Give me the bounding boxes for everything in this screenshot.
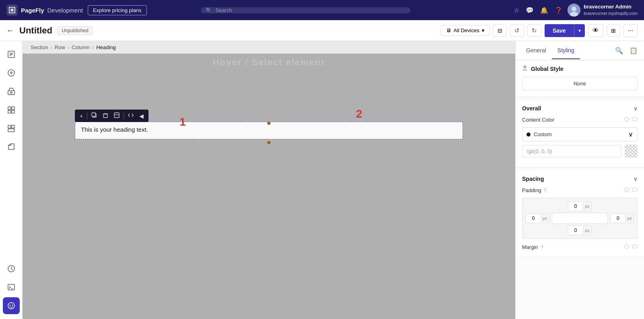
dropdown-chevron-icon: ∨	[628, 130, 633, 138]
user-domain: bravecorner.myshopify.com	[584, 10, 638, 16]
color-picker-button[interactable]	[625, 145, 638, 157]
delete-button[interactable]	[100, 111, 111, 120]
search-input[interactable]	[215, 7, 405, 13]
device-icon[interactable]	[632, 116, 638, 123]
left-sidebar	[0, 41, 23, 319]
analytics-button[interactable]: ⊟	[493, 25, 507, 37]
sidebar-item-elements[interactable]	[3, 102, 20, 118]
drag-handle-top[interactable]	[267, 122, 270, 125]
svg-rect-16	[12, 107, 14, 110]
margin-label: Margin ?	[522, 244, 543, 250]
redo-button[interactable]: ↻	[527, 25, 541, 37]
layout-button[interactable]	[111, 111, 122, 120]
padding-bottom-input-group: px	[568, 226, 592, 235]
canvas-content: + ◀ Th	[75, 110, 463, 144]
chevron-down-icon: ▾	[482, 27, 485, 33]
add-element-button[interactable]: +	[77, 112, 85, 120]
pagefly-logo-icon	[6, 4, 18, 16]
tab-styling[interactable]: Styling	[552, 42, 580, 59]
overall-title: Overall	[522, 105, 541, 112]
svg-point-37	[524, 66, 526, 68]
padding-responsive-icon[interactable]	[624, 187, 630, 194]
layout-button[interactable]: ⊞	[607, 25, 620, 37]
spacing-section: Spacing ∨ Padding ?	[516, 171, 644, 257]
padding-text: Padding	[522, 187, 541, 193]
search-icon: 🔍	[206, 7, 212, 13]
sidebar-item-terminal[interactable]	[3, 279, 20, 296]
edit-code-button[interactable]	[126, 111, 136, 120]
padding-help-icon[interactable]: ?	[544, 188, 547, 193]
star-icon[interactable]: ☆	[514, 6, 519, 14]
padding-field-icons	[624, 187, 638, 194]
margin-label-row: Margin ?	[522, 244, 638, 251]
svg-point-38	[625, 117, 629, 121]
margin-help-icon[interactable]: ?	[541, 244, 543, 250]
more-options-button[interactable]: ···	[623, 24, 638, 37]
editor-toolbar: ← Untitled Unpublished 🖥 All Devices ▾ ⊟…	[0, 20, 644, 41]
overall-content: Content Color Custom	[516, 116, 644, 167]
canvas-ghost-header: Hover / Select element	[213, 57, 325, 68]
spacing-title: Spacing	[522, 176, 544, 182]
global-style-header[interactable]: Global Style	[516, 60, 644, 77]
content-color-field-row: Content Color	[522, 116, 638, 123]
padding-top-input-group: px	[568, 201, 592, 211]
sidebar-item-add[interactable]	[3, 64, 20, 81]
color-dropdown[interactable]: Custom ∨	[522, 127, 638, 141]
overall-header[interactable]: Overall ∨	[516, 100, 644, 116]
padding-bottom-input[interactable]	[568, 226, 583, 235]
drag-handle-bottom[interactable]	[267, 141, 270, 144]
breadcrumb-section[interactable]: Section	[31, 44, 48, 50]
search-panel-icon[interactable]: 🔍	[613, 45, 625, 56]
save-dropdown-button[interactable]: ▾	[574, 24, 585, 37]
color-input-row	[522, 145, 638, 157]
explore-pricing-button[interactable]: Explore pricing plans	[88, 5, 147, 15]
sidebar-item-store[interactable]	[3, 83, 20, 100]
help-icon[interactable]: ❓	[555, 6, 563, 14]
panel-tabs: General Styling 🔍 📋	[516, 41, 644, 60]
none-style-button[interactable]: None	[522, 77, 638, 90]
padding-bottom-unit: px	[583, 226, 591, 234]
save-button[interactable]: Save	[545, 24, 574, 37]
padding-right-input[interactable]	[611, 214, 625, 223]
responsive-icon[interactable]	[624, 116, 630, 123]
app-name: PageFly	[21, 7, 44, 14]
sidebar-item-assets[interactable]	[3, 139, 20, 155]
undo-button[interactable]: ↺	[510, 25, 524, 37]
svg-rect-19	[8, 125, 11, 128]
spacing-header[interactable]: Spacing ∨	[516, 171, 644, 187]
info-panel-icon[interactable]: 📋	[628, 45, 639, 56]
annotation-1: 1	[180, 116, 186, 128]
breadcrumb-column[interactable]: Column	[72, 44, 90, 50]
sidebar-item-pages[interactable]	[3, 46, 20, 63]
sidebar-item-history[interactable]	[3, 260, 20, 277]
breadcrumb-heading[interactable]: Heading	[96, 44, 116, 50]
bell-icon[interactable]: 🔔	[540, 6, 548, 14]
global-style-content: None	[516, 77, 644, 97]
right-panel: General Styling 🔍 📋 Global Style None	[515, 41, 644, 319]
preview-button[interactable]: 👁	[588, 24, 603, 37]
back-button[interactable]: ←	[6, 26, 14, 35]
canvas-area: Section › Row › Column › Heading Hover /…	[23, 41, 515, 319]
padding-left-input-group: px	[526, 213, 549, 223]
margin-device-icon[interactable]	[632, 244, 638, 251]
svg-rect-20	[12, 125, 14, 128]
padding-device-icon[interactable]	[632, 187, 638, 194]
status-badge: Unpublished	[57, 26, 93, 35]
collapse-button[interactable]: ◀	[137, 112, 146, 120]
spacing-content: Padding ?	[516, 187, 644, 257]
padding-label: Padding ?	[522, 187, 546, 193]
breadcrumb-row[interactable]: Row	[55, 44, 65, 50]
color-text-input[interactable]	[522, 145, 621, 157]
padding-top-input[interactable]	[568, 202, 583, 211]
tab-general[interactable]: General	[520, 42, 552, 59]
device-selector[interactable]: 🖥 All Devices ▾	[441, 25, 490, 36]
chat-icon[interactable]: 💬	[526, 6, 534, 14]
search-bar[interactable]: 🔍	[201, 7, 410, 13]
svg-rect-17	[8, 110, 11, 113]
duplicate-button[interactable]	[89, 111, 99, 120]
svg-rect-39	[632, 118, 637, 121]
sidebar-item-layers[interactable]	[3, 120, 20, 137]
padding-left-input[interactable]	[526, 214, 541, 223]
sidebar-item-bot[interactable]	[3, 297, 20, 314]
margin-responsive-icon[interactable]	[624, 244, 630, 251]
